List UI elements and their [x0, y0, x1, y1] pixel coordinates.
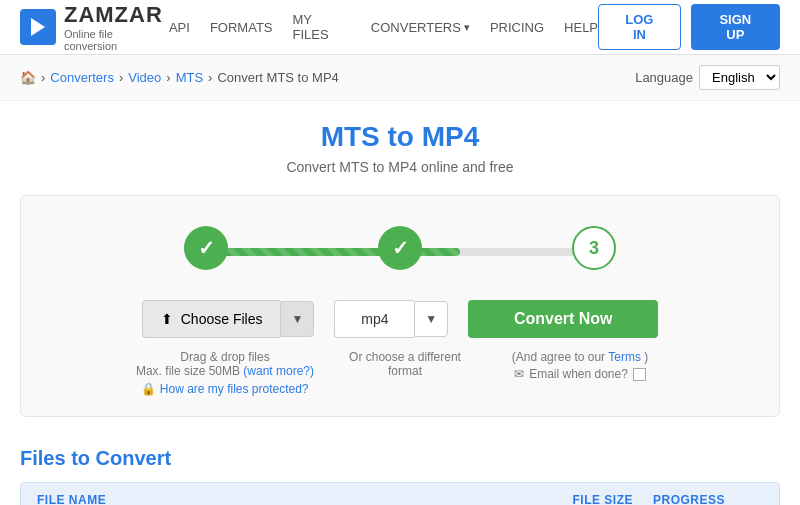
format-arrow-icon: ▼: [425, 312, 437, 326]
hint-right: (And agree to our Terms ) ✉ Email when d…: [485, 350, 675, 396]
logo-svg: [27, 16, 49, 38]
converters-link-wrap[interactable]: CONVERTERS ▾: [371, 20, 470, 35]
language-label: Language: [635, 70, 693, 85]
files-title-plain: Files to: [20, 447, 96, 469]
want-more-link[interactable]: (want more?): [243, 364, 314, 378]
choose-files-label: Choose Files: [181, 311, 263, 327]
format-hint-text: Or choose a different format: [349, 350, 461, 378]
logo-icon: [20, 9, 56, 45]
files-header: FILE NAME FILE SIZE PROGRESS: [21, 483, 779, 505]
signup-button[interactable]: SIGN UP: [691, 4, 780, 50]
controls-row: ⬆ Choose Files ▼ mp4 ▼ Convert Now: [51, 300, 749, 338]
converters-link[interactable]: CONVERTERS: [371, 20, 461, 35]
col-header-name: FILE NAME: [37, 493, 543, 505]
format-dropdown-button[interactable]: ▼: [414, 301, 448, 337]
terms-hint: (And agree to our Terms ): [485, 350, 675, 364]
lock-icon: 🔒: [141, 382, 156, 396]
step-1: ✓: [184, 226, 228, 270]
email-row: ✉ Email when done?: [485, 367, 675, 381]
breadcrumb-current: Convert MTS to MP4: [217, 70, 338, 85]
home-link[interactable]: 🏠: [20, 70, 36, 85]
hero-title: MTS to MP4: [20, 121, 780, 153]
max-size-hint: Max. file size 50MB (want more?): [125, 364, 325, 378]
pricing-link[interactable]: PRICING: [490, 20, 544, 35]
email-when-done-label: Email when done?: [529, 367, 628, 381]
breadcrumb-video[interactable]: Video: [128, 70, 161, 85]
format-select-group: mp4 ▼: [334, 300, 448, 338]
hero-subtitle: Convert MTS to MP4 online and free: [20, 159, 780, 175]
agree-text: (And agree to our: [512, 350, 605, 364]
sep-3: ›: [208, 70, 212, 85]
files-title: Files to Convert: [20, 447, 780, 470]
logo-sub: Online file conversion: [64, 28, 169, 52]
breadcrumb-converters[interactable]: Converters: [50, 70, 114, 85]
convert-button[interactable]: Convert Now: [468, 300, 658, 338]
converter-card: ✓ ✓ 3 ⬆ Choose Files ▼ m: [20, 195, 780, 417]
hint-middle: Or choose a different format: [345, 350, 465, 396]
col-header-size: FILE SIZE: [543, 493, 633, 505]
email-checkbox[interactable]: [633, 368, 646, 381]
choose-files-button[interactable]: ⬆ Choose Files: [142, 300, 281, 338]
login-button[interactable]: LOG IN: [598, 4, 681, 50]
sep-2: ›: [166, 70, 170, 85]
logo-name: ZAMZAR: [64, 2, 169, 28]
drag-drop-hint: Drag & drop files: [125, 350, 325, 364]
formats-link[interactable]: FORMATS: [210, 20, 273, 35]
breadcrumb-bar: 🏠 › Converters › Video › MTS › Convert M…: [0, 55, 800, 101]
max-size-text: Max. file size 50MB: [136, 364, 240, 378]
main-content: MTS to MP4 Convert MTS to MP4 online and…: [0, 101, 800, 505]
agree-end: ): [644, 350, 648, 364]
language-selector: Language English: [635, 65, 780, 90]
files-section: Files to Convert FILE NAME FILE SIZE PRO…: [20, 447, 780, 505]
email-icon: ✉: [514, 367, 524, 381]
col-header-action: [733, 493, 763, 505]
navbar: ZAMZAR Online file conversion API FORMAT…: [0, 0, 800, 55]
sep-1: ›: [119, 70, 123, 85]
my-files-link[interactable]: MY FILES: [293, 12, 351, 42]
upload-icon: ⬆: [161, 311, 173, 327]
format-value: mp4: [334, 300, 414, 338]
api-link[interactable]: API: [169, 20, 190, 35]
col-header-progress: PROGRESS: [633, 493, 733, 505]
choose-files-dropdown[interactable]: ▼: [280, 301, 314, 337]
step-3-circle: 3: [572, 226, 616, 270]
step-2-circle: ✓: [378, 226, 422, 270]
files-title-colored: Convert: [96, 447, 172, 469]
nav-links: API FORMATS MY FILES CONVERTERS ▾ PRICIN…: [169, 12, 598, 42]
hero-section: MTS to MP4 Convert MTS to MP4 online and…: [20, 121, 780, 175]
sep-0: ›: [41, 70, 45, 85]
terms-link[interactable]: Terms: [608, 350, 641, 364]
protection-link[interactable]: How are my files protected?: [160, 382, 309, 396]
protection-hint: 🔒 How are my files protected?: [125, 382, 325, 396]
language-dropdown[interactable]: English: [699, 65, 780, 90]
breadcrumb: 🏠 › Converters › Video › MTS › Convert M…: [20, 70, 339, 85]
logo-text: ZAMZAR Online file conversion: [64, 2, 169, 52]
logo: ZAMZAR Online file conversion: [20, 2, 169, 52]
breadcrumb-mts[interactable]: MTS: [176, 70, 203, 85]
step-1-circle: ✓: [184, 226, 228, 270]
hint-left: Drag & drop files Max. file size 50MB (w…: [125, 350, 325, 396]
choose-arrow-icon: ▼: [291, 312, 303, 326]
files-table: FILE NAME FILE SIZE PROGRESS test.mts 48…: [20, 482, 780, 505]
choose-files-group: ⬆ Choose Files ▼: [142, 300, 315, 338]
step-2: ✓: [378, 226, 422, 270]
steps-container: ✓ ✓ 3: [51, 226, 749, 270]
nav-buttons: LOG IN SIGN UP: [598, 4, 780, 50]
hints-row: Drag & drop files Max. file size 50MB (w…: [51, 350, 749, 396]
help-link[interactable]: HELP: [564, 20, 598, 35]
converters-dropdown-icon: ▾: [464, 21, 470, 34]
step-3: 3: [572, 226, 616, 270]
svg-marker-0: [31, 18, 45, 36]
